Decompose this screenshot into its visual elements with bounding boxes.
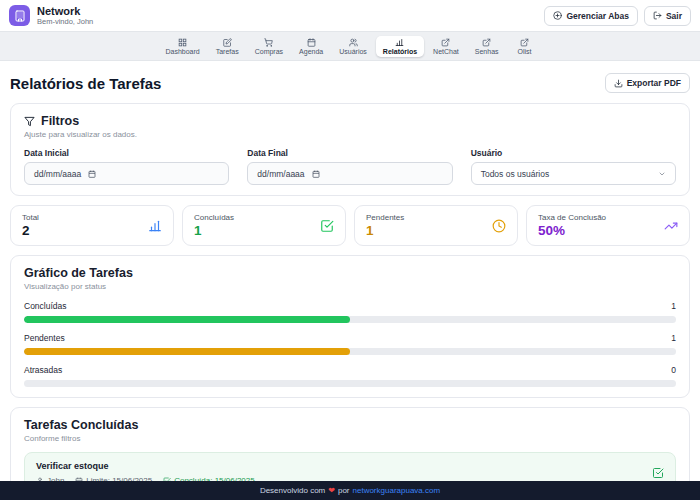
bar-value: 1	[671, 333, 676, 343]
building-icon	[9, 5, 30, 26]
app-footer: Desenvolvido com ❤ por networkguarapuava…	[0, 481, 700, 500]
users-icon	[349, 38, 358, 47]
chart-card: Gráfico de Tarefas Visualização por stat…	[10, 255, 690, 398]
edit-square-icon	[223, 38, 232, 47]
end-date-input[interactable]: dd/mm/aaaa	[247, 162, 452, 185]
tab-compras[interactable]: Compras	[248, 36, 290, 57]
logout-icon	[653, 11, 662, 20]
calendar-icon	[88, 170, 96, 178]
start-date-label: Data Inicial	[24, 148, 229, 158]
stat-card-concluidas: Concluídas 1	[182, 205, 346, 246]
grid-icon	[178, 38, 187, 47]
tab-netchat[interactable]: NetChat	[426, 36, 466, 57]
circle-plus-icon	[553, 11, 562, 20]
export-pdf-button[interactable]: Exportar PDF	[605, 73, 690, 93]
stat-card-total: Total 2	[10, 205, 174, 246]
bar-value: 0	[671, 365, 676, 375]
footer-link[interactable]: networkguarapuava.com	[353, 486, 441, 495]
external-link-icon	[520, 38, 529, 47]
completed-tasks-subtitle: Conforme filtros	[24, 434, 676, 443]
stat-card-taxa: Taxa de Conclusão 50%	[526, 205, 690, 246]
stat-concluidas-value: 1	[194, 223, 234, 238]
welcome-text: Bem-vindo, John	[37, 17, 93, 26]
chevron-down-icon	[658, 170, 666, 178]
end-date-label: Data Final	[247, 148, 452, 158]
user-filter-label: Usuário	[471, 148, 676, 158]
task-title: Verificar estoque	[36, 461, 255, 471]
tab-relatorios[interactable]: Relatórios	[376, 36, 424, 57]
app-header: Network Bem-vindo, John Gerenciar Abas S…	[0, 0, 700, 31]
stat-taxa-value: 50%	[538, 223, 606, 238]
calendar-icon	[307, 38, 316, 47]
bar-value: 1	[671, 301, 676, 311]
check-square-icon	[652, 467, 664, 479]
start-date-input[interactable]: dd/mm/aaaa	[24, 162, 229, 185]
tab-agenda[interactable]: Agenda	[292, 36, 330, 57]
export-pdf-label: Exportar PDF	[627, 78, 681, 88]
bar-chart-icon	[148, 219, 162, 233]
main-nav: Dashboard Tarefas Compras Agenda Usuário…	[0, 31, 700, 61]
page-title: Relatórios de Tarefas	[10, 75, 161, 92]
funnel-icon	[24, 116, 35, 127]
tab-senhas[interactable]: Senhas	[468, 36, 506, 57]
stat-card-pendentes: Pendentes 1	[354, 205, 518, 246]
stat-total-value: 2	[22, 223, 39, 238]
filters-card: Filtros Ajuste para visualizar os dados.…	[10, 103, 690, 196]
calendar-icon	[312, 170, 320, 178]
external-link-icon	[482, 38, 491, 47]
chart-subtitle: Visualização por status	[24, 282, 676, 291]
check-square-icon	[320, 219, 334, 233]
brand: Network Bem-vindo, John	[9, 5, 93, 26]
bar-chart-icon	[395, 38, 404, 47]
heart-icon: ❤	[328, 486, 335, 495]
external-link-icon	[441, 38, 450, 47]
filters-title: Filtros	[41, 114, 79, 128]
stat-pendentes-value: 1	[366, 223, 404, 238]
tab-dashboard[interactable]: Dashboard	[158, 36, 206, 57]
chart-bar-pendentes: Pendentes 1	[24, 333, 676, 355]
shopping-cart-icon	[264, 38, 273, 47]
clock-icon	[492, 219, 506, 233]
manage-tabs-label: Gerenciar Abas	[566, 11, 629, 21]
trending-up-icon	[664, 219, 678, 233]
tab-olist[interactable]: Olist	[508, 36, 542, 57]
chart-bar-concluidas: Concluídas 1	[24, 301, 676, 323]
app-title: Network	[37, 5, 93, 17]
chart-title: Gráfico de Tarefas	[24, 266, 676, 280]
download-icon	[614, 79, 623, 88]
logout-button[interactable]: Sair	[644, 6, 691, 26]
stats-row: Total 2 Concluídas 1 Pendentes 1 Taxa de…	[10, 205, 690, 246]
completed-tasks-title: Tarefas Concluídas	[24, 418, 676, 432]
logout-label: Sair	[666, 11, 682, 21]
chart-bar-atrasadas: Atrasadas 0	[24, 365, 676, 387]
user-filter-select[interactable]: Todos os usuários	[471, 162, 676, 185]
tab-usuarios[interactable]: Usuários	[332, 36, 374, 57]
tab-tarefas[interactable]: Tarefas	[209, 36, 246, 57]
filters-subtitle: Ajuste para visualizar os dados.	[24, 130, 676, 139]
manage-tabs-button[interactable]: Gerenciar Abas	[544, 6, 638, 26]
